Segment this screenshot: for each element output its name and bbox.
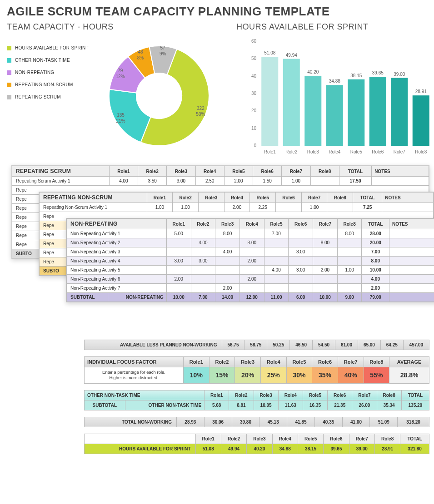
svg-text:Role4: Role4 [329,149,341,154]
tables-stack: REPEATING SCRUMRole1Role2Role3Role4Role5… [7,165,427,333]
svg-text:Role3: Role3 [307,149,319,154]
svg-text:40.20: 40.20 [307,69,319,74]
svg-rect-29 [348,79,364,146]
svg-text:12%: 12% [116,74,125,79]
svg-text:8%: 8% [137,55,144,60]
svg-text:9%: 9% [160,51,166,56]
sheet-non-repeating: NON-REPEATINGRole1Role2Role3Role4Role5Ro… [66,218,434,302]
block-other-non-task: OTHER NON-TASK TIMERole1Role2Role3Role4R… [84,390,429,410]
block-available-less: AVAILABLE LESS PLANNED NON-WORKING56.755… [84,340,429,350]
svg-text:38.15: 38.15 [350,73,362,78]
svg-rect-20 [283,59,300,146]
svg-rect-17 [261,57,278,146]
svg-text:30: 30 [251,91,257,96]
svg-text:39.65: 39.65 [372,70,384,75]
svg-text:322: 322 [197,106,205,111]
svg-text:49.94: 49.94 [286,53,297,58]
pie-chart: 32250%13521%7912%488%579% [91,35,236,157]
svg-text:10: 10 [251,126,257,131]
svg-text:57: 57 [160,45,166,50]
svg-text:39.00: 39.00 [394,72,405,77]
svg-text:Role6: Role6 [372,149,384,154]
svg-text:135: 135 [117,113,125,118]
subtitle-team-capacity: TEAM CAPACITY - HOURS [7,22,236,32]
svg-text:50: 50 [251,56,257,61]
svg-text:79: 79 [118,68,123,73]
svg-text:Role2: Role2 [285,149,298,154]
svg-text:Role1: Role1 [264,149,276,154]
svg-text:60: 60 [251,39,257,44]
block-hours-sprint: Role1Role2Role3Role4Role5Role6Role7Role8… [84,434,429,454]
svg-text:20: 20 [251,108,257,113]
block-total-non-working: TOTAL NON-WORKING28.9330.0639.8045.1341.… [84,417,429,427]
page-title: AGILE SCRUM TEAM CAPACITY PLANNING TEMPL… [7,5,427,19]
svg-text:48: 48 [138,49,143,54]
block-focus-factor: INDIVIDUAL FOCUS FACTORRole1Role2Role3Ro… [84,356,429,384]
svg-rect-23 [304,76,321,146]
svg-rect-32 [369,77,386,146]
bar-chart: 010203040506051.08Role149.94Role240.20Ro… [243,35,434,157]
svg-text:Role5: Role5 [350,149,363,154]
svg-rect-38 [413,95,429,146]
svg-text:34.88: 34.88 [329,79,340,84]
svg-rect-35 [391,78,408,146]
svg-text:21%: 21% [116,119,125,124]
svg-text:0: 0 [254,143,256,148]
svg-text:28.91: 28.91 [415,89,427,94]
pie-legend: HOURS AVAILABLE FOR SPRINT OTHER NON-TAS… [7,35,91,157]
svg-text:Role7: Role7 [394,149,406,154]
subtitle-hours-available: HOURS AVAILABLE FOR SPRINT [236,22,368,32]
svg-text:Role8: Role8 [415,149,427,154]
svg-text:40: 40 [251,74,257,79]
svg-text:51.08: 51.08 [264,50,275,55]
svg-rect-26 [326,85,343,146]
svg-text:50%: 50% [196,112,205,117]
